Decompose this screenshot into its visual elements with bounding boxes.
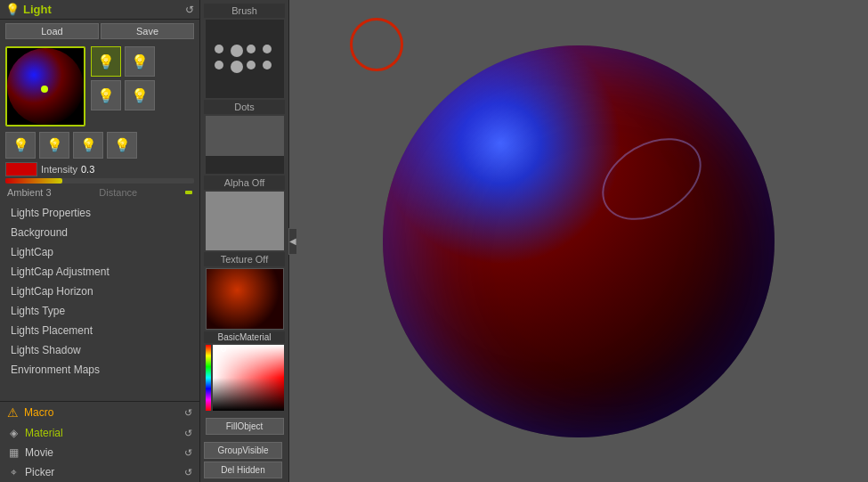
- movie-refresh-icon[interactable]: ↺: [184, 447, 192, 459]
- brush-dot-7: [247, 61, 256, 69]
- nav-item-material-left: ◈ Material: [7, 427, 63, 439]
- slider-fill: [5, 178, 62, 184]
- menu-item-environment-maps[interactable]: Environment Maps: [0, 360, 199, 380]
- color-picker-cursor: [221, 347, 226, 352]
- color-picker-area[interactable]: [206, 345, 284, 416]
- texture-off-box[interactable]: [206, 192, 284, 250]
- brush-section: Brush: [204, 4, 285, 18]
- nav-label-material: Material: [25, 427, 63, 439]
- group-visible-button[interactable]: GroupVisible: [204, 442, 282, 459]
- left-panel: 💡 Light ↺ Load Save 💡 💡 💡 💡 💡 💡 💡: [0, 0, 200, 482]
- center-panel: Brush Dots Alpha Off Texture Off BasicMa…: [200, 0, 289, 482]
- light-btn-row-1: 💡 💡: [91, 46, 155, 77]
- brush-dot-6: [231, 61, 243, 73]
- macro-refresh-icon[interactable]: ↺: [184, 407, 192, 419]
- light-btn-4[interactable]: 💡: [125, 80, 155, 110]
- texture-label: Texture Off: [204, 252, 285, 266]
- menu-item-lights-type[interactable]: Lights Type: [0, 301, 199, 321]
- intensity-row: Intensity 0.3: [0, 160, 199, 178]
- brush-dot-2: [231, 45, 243, 57]
- brush-dot-8: [263, 61, 272, 69]
- light-sm-btn-2[interactable]: 💡: [39, 132, 69, 159]
- menu-item-lights-properties[interactable]: Lights Properties: [0, 203, 199, 223]
- distance-dot: [185, 191, 192, 194]
- nav-label-macro: Macro: [24, 406, 53, 419]
- brush-dot-3: [247, 45, 256, 53]
- light-preview-area: 💡 💡 💡 💡: [0, 43, 199, 130]
- color-swatch[interactable]: [5, 162, 37, 176]
- light-icon: 💡: [5, 3, 20, 16]
- basic-material-label: BasicMaterial: [204, 331, 285, 343]
- menu-item-lightcap[interactable]: LightCap: [0, 242, 199, 262]
- menu-item-background[interactable]: Background: [0, 223, 199, 242]
- menu-item-lightcap-horizon[interactable]: LightCap Horizon: [0, 282, 199, 301]
- viewport[interactable]: [289, 0, 868, 482]
- nav-item-macro[interactable]: ⚠ Macro ↺: [0, 402, 199, 423]
- del-hidden-button[interactable]: Del Hidden: [204, 462, 282, 478]
- basic-material-box[interactable]: [206, 268, 284, 331]
- material-refresh-icon[interactable]: ↺: [184, 428, 192, 439]
- load-button[interactable]: Load: [5, 23, 99, 39]
- save-button[interactable]: Save: [101, 23, 194, 39]
- four-light-row: 💡 💡 💡 💡: [0, 130, 199, 160]
- light-buttons-grid: 💡 💡 💡 💡: [91, 46, 155, 127]
- brush-dot-4: [263, 45, 272, 53]
- load-save-row: Load Save: [0, 20, 199, 43]
- light-btn-1[interactable]: 💡: [91, 46, 121, 77]
- distance-indicator: [185, 191, 192, 194]
- ambient-label: Ambient 3: [7, 187, 52, 198]
- menu-item-lights-shadow[interactable]: Lights Shadow: [0, 340, 199, 360]
- red-circle-indicator: [350, 18, 403, 71]
- alpha-off-box[interactable]: [206, 116, 284, 175]
- slider-track[interactable]: [5, 178, 194, 184]
- group-del-row: GroupVisible Del Hidden: [204, 438, 285, 478]
- light-btn-2[interactable]: 💡: [125, 46, 155, 77]
- warning-icon: ⚠: [7, 405, 19, 420]
- light-sm-btn-4[interactable]: 💡: [107, 132, 137, 159]
- header-refresh-icon[interactable]: ↺: [185, 4, 194, 16]
- light-title: Light: [23, 3, 52, 16]
- color-picker-gradient[interactable]: [213, 345, 284, 411]
- distance-label: Distance: [99, 187, 137, 198]
- light-header-left: 💡 Light: [5, 3, 52, 16]
- nav-item-material[interactable]: ◈ Material ↺: [0, 423, 199, 443]
- intensity-label: Intensity: [41, 164, 77, 175]
- light-btn-row-2: 💡 💡: [91, 80, 155, 110]
- brush-dot-1: [215, 45, 223, 53]
- light-sm-btn-1[interactable]: 💡: [5, 132, 36, 159]
- picker-icon: ⌖: [7, 466, 20, 478]
- light-sphere-container[interactable]: [5, 46, 85, 127]
- nav-item-movie[interactable]: ▦ Movie ↺: [0, 443, 199, 462]
- light-sm-btn-3[interactable]: 💡: [73, 132, 103, 159]
- alpha-bottom: [206, 156, 284, 174]
- alpha-top: [206, 116, 284, 157]
- sphere-dot: [41, 86, 48, 93]
- light-header: 💡 Light ↺: [0, 0, 199, 20]
- movie-icon: ▦: [7, 446, 20, 459]
- menu-item-lightcap-adjustment[interactable]: LightCap Adjustment: [0, 262, 199, 282]
- bottom-nav: ⚠ Macro ↺ ◈ Material ↺ ▦ Movie ↺ ⌖ Picke…: [0, 401, 199, 482]
- dots-label: Dots: [204, 100, 285, 114]
- light-btn-3[interactable]: 💡: [91, 80, 121, 110]
- nav-label-picker: Picker: [25, 466, 54, 478]
- nav-label-movie: Movie: [25, 446, 53, 459]
- menu-items: Lights Properties Background LightCap Li…: [0, 200, 199, 401]
- nav-item-picker-left: ⌖ Picker: [7, 466, 54, 478]
- intensity-value: 0.3: [81, 164, 94, 175]
- picker-refresh-icon[interactable]: ↺: [184, 467, 192, 478]
- main-sphere: [383, 45, 775, 437]
- nav-item-picker[interactable]: ⌖ Picker ↺: [0, 462, 199, 482]
- menu-item-lights-placement[interactable]: Lights Placement: [0, 321, 199, 340]
- brush-dots-container[interactable]: [206, 20, 284, 98]
- sphere-highlight: [588, 121, 716, 236]
- nav-item-movie-left: ▦ Movie: [7, 446, 53, 459]
- alpha-label: Alpha Off: [204, 176, 285, 190]
- fill-object-button[interactable]: FillObject: [206, 418, 284, 435]
- color-picker-hue[interactable]: [206, 345, 211, 411]
- ambient-row: Ambient 3 Distance: [0, 185, 199, 200]
- brush-label: Brush: [204, 4, 285, 18]
- nav-item-macro-left: ⚠ Macro: [7, 405, 53, 420]
- material-icon: ◈: [7, 427, 20, 439]
- slider-row: [0, 178, 199, 185]
- expander-arrow[interactable]: ◀: [288, 228, 297, 255]
